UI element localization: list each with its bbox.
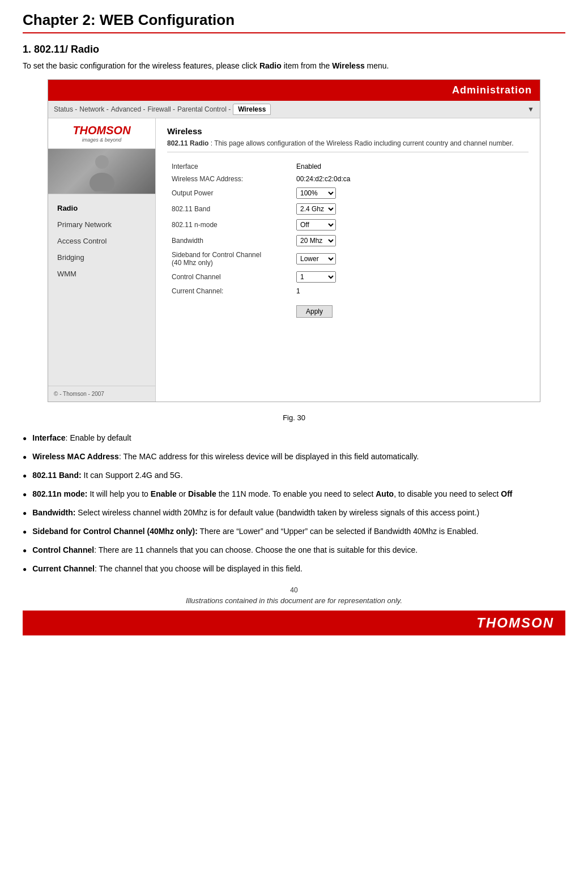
bullet-nmode-off: Off (501, 489, 512, 498)
bullet-sideband: Sideband for Control Channel (40Mhz only… (23, 526, 565, 537)
apply-cell: Apply (292, 297, 529, 320)
bullet-nmode-term: 802.11n mode: (32, 489, 87, 498)
sidebar-footer: © - Thomson - 2007 (48, 386, 155, 402)
apply-button[interactable]: Apply (296, 305, 333, 318)
field-control-channel: Control Channel 1234 5678 91011 (167, 269, 529, 285)
browser-content: THOMSON images & beyond Radio Primary Ne… (48, 118, 540, 402)
sidebar: THOMSON images & beyond Radio Primary Ne… (48, 118, 156, 402)
browser-nav: Status - Network - Advanced - Firewall -… (48, 101, 540, 118)
bullet-control-channel-term: Control Channel (32, 545, 94, 554)
field-control-channel-value: 1234 5678 91011 (292, 269, 529, 285)
page-number: 40 (23, 586, 565, 594)
bullet-interface-term: Interface (32, 433, 65, 442)
person-silhouette-icon (85, 152, 119, 191)
bullet-nmode-enable: Enable (151, 489, 177, 498)
apply-spacer (167, 297, 292, 320)
field-current-channel: Current Channel: 1 (167, 285, 529, 297)
bullet-nmode-auto: Auto (376, 489, 394, 498)
sidebar-item-radio[interactable]: Radio (48, 200, 155, 216)
sidebar-person-image (48, 149, 155, 194)
field-nmode-label: 802.11 n-mode (167, 217, 292, 233)
page-footer: 40 Illustrations contained in this docum… (23, 586, 565, 635)
field-output-power: Output Power 100% (167, 185, 529, 201)
intro-text: To set the basic configuration for the w… (23, 61, 565, 70)
bullet-current-channel: Current Channel: The channel that you ch… (23, 563, 565, 575)
field-mac-label: Wireless MAC Address: (167, 173, 292, 185)
field-nmode: 802.11 n-mode Off Auto (167, 217, 529, 233)
bullet-band-text: 802.11 Band: It can Support 2.4G and 5G. (32, 469, 182, 481)
browser-frame: Administration Status - Network - Advanc… (48, 79, 540, 402)
sidebar-item-primary-network[interactable]: Primary Network (48, 216, 155, 233)
bullet-mac-term: Wireless MAC Address (32, 452, 119, 461)
nav-firewall[interactable]: Firewall - (147, 105, 175, 113)
sideband-select[interactable]: Lower Upper (296, 253, 336, 264)
sidebar-item-wmm[interactable]: WMM (48, 266, 155, 282)
chapter-title: Chapter 2: WEB Configuration (23, 11, 565, 33)
nav-dropdown-icon[interactable]: ▼ (527, 105, 534, 113)
bullet-nmode: 802.11n mode: It will help you to Enable… (23, 488, 565, 500)
bullet-nmode-text: 802.11n mode: It will help you to Enable… (32, 488, 512, 500)
output-power-select[interactable]: 100% (296, 187, 336, 199)
field-bandwidth-label: Bandwidth (167, 233, 292, 249)
bullet-mac-text: Wireless MAC Address: The MAC address fo… (32, 451, 419, 463)
section-title: 1. 802.11/ Radio (23, 44, 565, 56)
nav-network[interactable]: Network - (79, 105, 108, 113)
field-band-label: 802.11 Band (167, 201, 292, 217)
bullet-interface: Interface: Enable by default (23, 432, 565, 444)
fig-caption: Fig. 30 (23, 413, 565, 422)
bullet-interface-text: Interface: Enable by default (32, 432, 131, 444)
sidebar-logo: THOMSON images & beyond (48, 118, 155, 149)
field-mac: Wireless MAC Address: 00:24:d2:c2:0d:ca (167, 173, 529, 185)
sidebar-menu: Radio Primary Network Access Control Bri… (48, 194, 155, 386)
bullet-list: Interface: Enable by default Wireless MA… (23, 432, 565, 575)
nav-status[interactable]: Status - (54, 105, 77, 113)
field-interface: Interface Enabled (167, 160, 529, 173)
bandwidth-select[interactable]: 20 Mhz 40 Mhz (296, 235, 336, 246)
bullet-control-channel: Control Channel: There are 11 channels t… (23, 544, 565, 556)
control-channel-select[interactable]: 1234 5678 91011 (296, 271, 336, 283)
sidebar-item-access-control[interactable]: Access Control (48, 233, 155, 249)
form-table: Interface Enabled Wireless MAC Address: … (167, 160, 529, 320)
thomson-logo-sub: images & beyond (82, 137, 122, 143)
bullet-band-term: 802.11 Band: (32, 471, 81, 480)
field-output-power-label: Output Power (167, 185, 292, 201)
field-bandwidth-value: 20 Mhz 40 Mhz (292, 233, 529, 249)
thomson-logo: THOMSON (73, 124, 130, 137)
radio-subtitle-bold: 802.11 Radio (167, 139, 208, 147)
field-band: 802.11 Band 2.4 Ghz 5G (167, 201, 529, 217)
svg-point-1 (90, 173, 114, 191)
field-current-channel-value: 1 (292, 285, 529, 297)
radio-subtitle-desc: : This page allows configuration of the … (211, 139, 514, 147)
sidebar-item-bridging[interactable]: Bridging (48, 249, 155, 266)
bullet-nmode-disable: Disable (188, 489, 216, 498)
page-wrapper: Chapter 2: WEB Configuration 1. 802.11/ … (0, 0, 588, 647)
field-current-channel-label: Current Channel: (167, 285, 292, 297)
bullet-current-channel-text: Current Channel: The channel that you ch… (32, 563, 302, 575)
footer-thomson-logo: THOMSON (476, 615, 554, 631)
bullet-control-channel-text: Control Channel: There are 11 channels t… (32, 544, 417, 556)
nav-wireless[interactable]: Wireless (233, 104, 271, 115)
intro-bold-radio: Radio (259, 61, 282, 70)
svg-point-0 (95, 155, 109, 169)
bullet-bandwidth-text: Bandwidth: Select wireless channel width… (32, 507, 479, 519)
bullet-current-channel-term: Current Channel (32, 564, 95, 573)
bullet-bandwidth: Bandwidth: Select wireless channel width… (23, 507, 565, 519)
field-sideband: Sideband for Control Channel(40 Mhz only… (167, 249, 529, 269)
nav-parental[interactable]: Parental Control - (177, 105, 231, 113)
bullet-mac: Wireless MAC Address: The MAC address fo… (23, 451, 565, 463)
field-interface-label: Interface (167, 160, 292, 173)
nmode-select[interactable]: Off Auto (296, 219, 336, 231)
bullet-sideband-text: Sideband for Control Channel (40Mhz only… (32, 526, 478, 537)
nav-advanced[interactable]: Advanced - (111, 105, 146, 113)
field-bandwidth: Bandwidth 20 Mhz 40 Mhz (167, 233, 529, 249)
apply-row: Apply (167, 297, 529, 320)
field-band-value: 2.4 Ghz 5G (292, 201, 529, 217)
band-select[interactable]: 2.4 Ghz 5G (296, 203, 336, 215)
footer-banner: THOMSON (23, 611, 565, 635)
bullet-sideband-term: Sideband for Control Channel (40Mhz only… (32, 527, 198, 536)
field-mac-value: 00:24:d2:c2:0d:ca (292, 173, 529, 185)
wireless-subtitle: 802.11 Radio : This page allows configur… (167, 139, 529, 152)
field-control-channel-label: Control Channel (167, 269, 292, 285)
field-interface-value: Enabled (292, 160, 529, 173)
field-sideband-value: Lower Upper (292, 249, 529, 269)
